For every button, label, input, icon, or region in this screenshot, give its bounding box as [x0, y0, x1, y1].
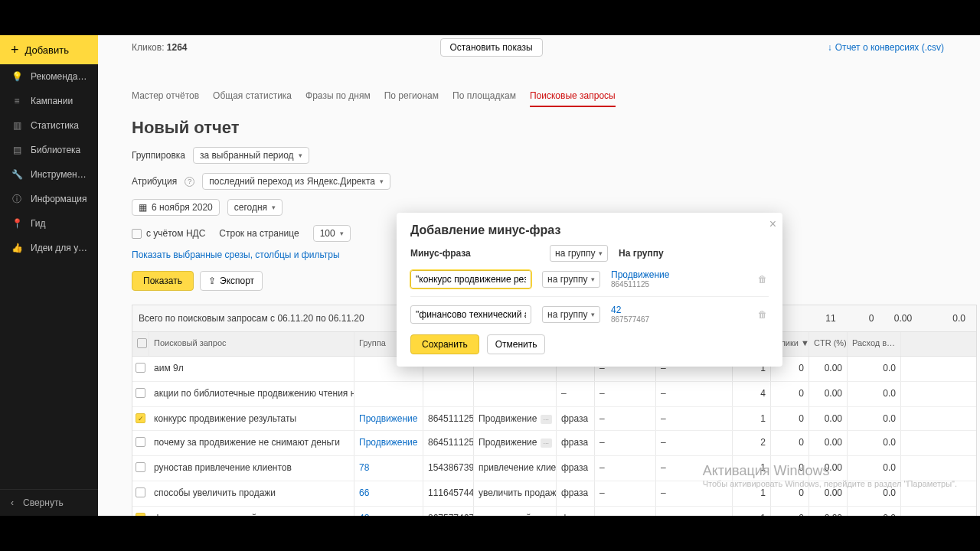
cancel-button[interactable]: Отменить — [487, 334, 546, 354]
bulb-icon: 💡 — [11, 70, 23, 83]
sidebar-item-recommendations[interactable]: 💡Рекомендации — [0, 64, 98, 89]
scope-select[interactable]: на группу▾ — [542, 271, 600, 288]
chevron-down-icon: ▾ — [599, 249, 603, 257]
chevron-down-icon: ▾ — [591, 276, 595, 283]
phrase-input[interactable] — [410, 305, 531, 324]
sidebar-item-tools[interactable]: 🔧Инструменты — [0, 162, 98, 187]
pin-icon: 📍 — [11, 217, 23, 230]
scope-select[interactable]: на группу▾ — [542, 306, 600, 323]
sidebar-item-guide[interactable]: 📍Гид — [0, 211, 98, 236]
target-group-link[interactable]: Продвижение — [611, 269, 747, 280]
target-group-link[interactable]: 42 — [611, 305, 747, 315]
phrase-input[interactable] — [410, 270, 531, 289]
close-icon[interactable]: × — [769, 217, 776, 231]
modal-phrase-label: Минус-фраза — [410, 248, 539, 259]
wrench-icon: 🔧 — [11, 168, 23, 181]
sidebar-item-campaigns[interactable]: ≡Кампании — [0, 89, 98, 113]
modal-phrase-row: на группу▾42867577467🗑 — [410, 305, 769, 324]
trash-icon[interactable]: 🗑 — [758, 309, 769, 320]
sidebar-item-statistics[interactable]: ▥Статистика — [0, 113, 98, 138]
modal-scope-select-header[interactable]: на группу▾ — [550, 245, 608, 262]
modal-title: Добавление минус-фраз — [410, 223, 769, 237]
modal-group-label: На группу — [619, 248, 664, 259]
modal-phrase-row: на группу▾Продвижение864511125🗑 — [410, 269, 769, 289]
trash-icon[interactable]: 🗑 — [758, 274, 769, 285]
plus-icon: + — [11, 43, 19, 57]
sidebar-item-ideas[interactable]: 👍Идеи для улуч... — [0, 236, 98, 260]
chevron-left-icon: ‹ — [11, 497, 14, 508]
sidebar-item-library[interactable]: ▤Библиотека — [0, 138, 98, 162]
target-group-id: 867577467 — [611, 315, 747, 324]
content: Кликов: 1264 Остановить показы Отчет о к… — [98, 35, 980, 516]
add-label: Добавить — [25, 44, 69, 56]
add-button[interactable]: + Добавить — [0, 35, 98, 64]
info-icon: ⓘ — [11, 193, 23, 205]
target-group-id: 864511125 — [611, 280, 747, 289]
sidebar-collapse[interactable]: ‹Свернуть — [0, 489, 98, 516]
sidebar-item-info[interactable]: ⓘИнформация — [0, 187, 98, 211]
books-icon: ▤ — [11, 144, 23, 156]
list-icon: ≡ — [11, 95, 23, 107]
negative-phrase-modal: × Добавление минус-фраз Минус-фраза на г… — [397, 213, 782, 367]
thumb-icon: 👍 — [11, 242, 23, 254]
sidebar: + Добавить 💡Рекомендации ≡Кампании ▥Стат… — [0, 35, 98, 516]
save-button[interactable]: Сохранить — [410, 334, 479, 354]
bar-chart-icon: ▥ — [11, 119, 23, 132]
chevron-down-icon: ▾ — [591, 311, 595, 318]
